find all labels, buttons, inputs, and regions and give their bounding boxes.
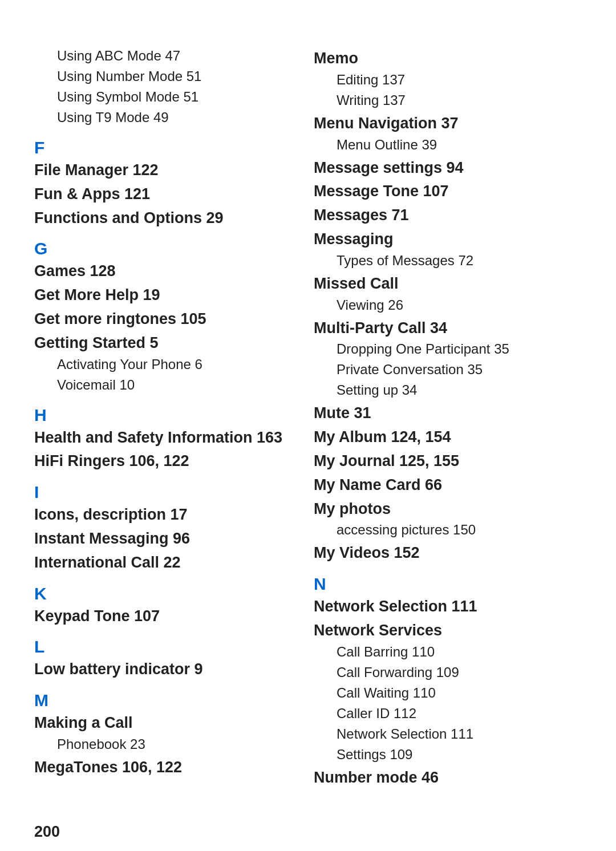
entry-file-manager: File Manager 122 <box>34 160 291 181</box>
entry-hifi-ringers: HiFi Ringers 106, 122 <box>34 451 291 472</box>
sub-viewing: Viewing 26 <box>337 295 582 315</box>
pre-entry-4: Using T9 Mode 49 <box>57 107 291 128</box>
entry-megatones: MegaTones 106, 122 <box>34 757 291 779</box>
entry-message-settings: Message settings 94 <box>314 157 582 179</box>
entry-message-tone: Message Tone 107 <box>314 181 582 202</box>
sub-setting-up: Setting up 34 <box>337 380 582 400</box>
entry-my-videos: My Videos 152 <box>314 542 582 564</box>
sub-accessing-pictures: accessing pictures 150 <box>337 520 582 540</box>
entry-functions-options: Functions and Options 29 <box>34 208 291 229</box>
entry-multi-party-call: Multi-Party Call 34 <box>314 318 582 339</box>
sub-writing: Writing 137 <box>337 90 582 111</box>
sub-menu-outline: Menu Outline 39 <box>337 135 582 155</box>
section-k: K <box>34 584 291 603</box>
entry-my-journal: My Journal 125, 155 <box>314 451 582 472</box>
sub-dropping-participant: Dropping One Participant 35 <box>337 339 582 359</box>
entry-network-services: Network Services <box>314 620 582 642</box>
entry-low-battery: Low battery indicator 9 <box>34 659 291 680</box>
section-i: I <box>34 483 291 502</box>
section-h: H <box>34 406 291 425</box>
sub-voicemail: Voicemail 10 <box>57 375 291 395</box>
pre-entry-1: Using ABC Mode 47 <box>57 46 291 66</box>
entry-mute: Mute 31 <box>314 403 582 424</box>
section-l: L <box>34 637 291 657</box>
pre-entry-2: Using Number Mode 51 <box>57 66 291 87</box>
entry-memo: Memo <box>314 48 582 70</box>
sub-network-selection: Network Selection 111 <box>337 724 582 744</box>
sub-call-forwarding: Call Forwarding 109 <box>337 662 582 683</box>
sub-types-messages: Types of Messages 72 <box>337 250 582 271</box>
entry-messaging: Messaging <box>314 229 582 250</box>
pre-section-entries: Using ABC Mode 47 Using Number Mode 51 U… <box>57 46 291 128</box>
sub-activating-phone: Activating Your Phone 6 <box>57 354 291 375</box>
entry-my-name-card: My Name Card 66 <box>314 475 582 496</box>
section-g: G <box>34 239 291 258</box>
entry-missed-call: Missed Call <box>314 273 582 295</box>
entry-international-call: International Call 22 <box>34 552 291 574</box>
section-f: F <box>34 138 291 157</box>
entry-making-call: Making a Call <box>34 712 291 734</box>
sub-private-conversation: Private Conversation 35 <box>337 359 582 380</box>
section-n: N <box>314 574 582 594</box>
entry-health-safety: Health and Safety Information 163 <box>34 427 291 449</box>
section-m: M <box>34 691 291 710</box>
entry-instant-messaging: Instant Messaging 96 <box>34 528 291 550</box>
sub-call-waiting: Call Waiting 110 <box>337 683 582 703</box>
entry-fun-apps: Fun & Apps 121 <box>34 184 291 205</box>
entry-number-mode: Number mode 46 <box>314 767 582 789</box>
entry-my-album: My Album 124, 154 <box>314 427 582 448</box>
entry-icons-description: Icons, description 17 <box>34 504 291 526</box>
entry-get-more-ringtones: Get more ringtones 105 <box>34 309 291 330</box>
entry-games: Games 128 <box>34 261 291 282</box>
entry-my-photos: My photos <box>314 499 582 520</box>
sub-phonebook: Phonebook 23 <box>57 734 291 755</box>
entry-getting-started: Getting Started 5 <box>34 333 291 354</box>
sub-editing: Editing 137 <box>337 70 582 90</box>
left-column: Using ABC Mode 47 Using Number Mode 51 U… <box>34 46 308 789</box>
entry-messages: Messages 71 <box>314 205 582 226</box>
pre-entry-3: Using Symbol Mode 51 <box>57 87 291 107</box>
sub-settings: Settings 109 <box>337 744 582 765</box>
right-column: Memo Editing 137 Writing 137 Menu Naviga… <box>308 46 582 789</box>
sub-caller-id: Caller ID 112 <box>337 703 582 724</box>
page-number: 200 <box>34 823 582 841</box>
entry-network-selection: Network Selection 111 <box>314 596 582 618</box>
sub-call-barring: Call Barring 110 <box>337 642 582 662</box>
entry-get-more-help: Get More Help 19 <box>34 285 291 306</box>
entry-keypad-tone: Keypad Tone 107 <box>34 606 291 627</box>
entry-menu-navigation: Menu Navigation 37 <box>314 113 582 135</box>
